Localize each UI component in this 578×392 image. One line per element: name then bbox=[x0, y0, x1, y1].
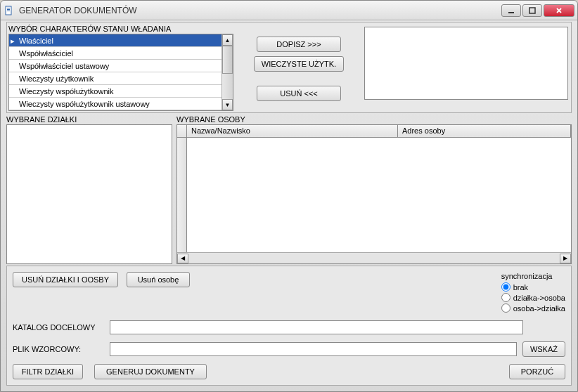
minimize-button[interactable] bbox=[501, 4, 521, 17]
app-icon bbox=[4, 5, 15, 16]
char-list: Właściciel Współwłaściciel Współwłaścici… bbox=[8, 34, 233, 111]
sync-title: synchronizacja bbox=[501, 272, 565, 280]
grid-row-handle bbox=[177, 138, 187, 252]
sync-dzialka-osoba[interactable]: działka->osoba bbox=[501, 292, 565, 303]
filtr-button[interactable]: FILTR DZIAŁKI bbox=[13, 364, 83, 379]
scroll-thumb[interactable] bbox=[222, 46, 233, 74]
char-row[interactable]: Współwłaściciel bbox=[9, 47, 221, 60]
dzialki-list[interactable] bbox=[6, 124, 172, 264]
svg-rect-4 bbox=[508, 12, 514, 13]
usun-button[interactable]: USUŃ <<< bbox=[257, 86, 341, 101]
grid-corner bbox=[177, 125, 187, 137]
katalog-input[interactable] bbox=[110, 320, 523, 334]
col-nazwa[interactable]: Nazwa/Nazwisko bbox=[187, 125, 398, 137]
plik-input[interactable] bbox=[110, 342, 517, 356]
porzuc-button[interactable]: PORZUĆ bbox=[509, 364, 565, 379]
svg-rect-5 bbox=[529, 8, 535, 13]
close-button[interactable] bbox=[544, 4, 574, 17]
dopisz-button[interactable]: DOPISZ >>> bbox=[257, 37, 341, 52]
sync-radio-do[interactable] bbox=[501, 293, 510, 302]
usun-osobe-button[interactable]: Usuń osobę bbox=[127, 272, 190, 287]
plik-label: PLIK WZORCOWY: bbox=[13, 345, 104, 353]
col-adres[interactable]: Adres osoby bbox=[398, 125, 571, 137]
wskaz-button[interactable]: WSKAŻ bbox=[522, 341, 565, 357]
char-row[interactable]: Wieczysty użytkownik bbox=[9, 72, 221, 85]
char-row[interactable]: Właściciel bbox=[9, 34, 221, 47]
char-list-scrollbar[interactable]: ▲ ▼ bbox=[221, 34, 233, 110]
window-title: GENERATOR DOKUMENTÓW bbox=[19, 6, 501, 15]
char-row[interactable]: Wieczysty współużytkownik ustawowy bbox=[9, 98, 221, 110]
grid-hscroll[interactable]: ◀ ▶ bbox=[177, 252, 571, 263]
char-section-label: WYBÓR CHARAKTERÓW STANU WŁADANIA bbox=[8, 24, 233, 34]
scroll-down-icon[interactable]: ▼ bbox=[222, 99, 233, 110]
generuj-button[interactable]: GENERUJ DOKUMENTY bbox=[94, 364, 207, 379]
sync-radio-od[interactable] bbox=[501, 303, 510, 313]
dzialki-label: WYBRANE DZIAŁKI bbox=[6, 115, 172, 124]
sync-group: synchronizacja brak działka->osoba osoba… bbox=[501, 272, 565, 313]
svg-rect-2 bbox=[7, 9, 10, 10]
osoby-grid: Nazwa/Nazwisko Adres osoby ◀ ▶ bbox=[176, 124, 572, 264]
sync-radio-brak[interactable] bbox=[501, 282, 510, 292]
katalog-label: KATALOG DOCELOWY bbox=[13, 323, 104, 332]
sync-osoba-dzialka[interactable]: osoba->działka bbox=[501, 303, 565, 313]
scroll-right-icon[interactable]: ▶ bbox=[560, 254, 571, 263]
bottom-panel: USUŃ DZIAŁKI I OOSBY Usuń osobę synchron… bbox=[6, 266, 572, 386]
char-row[interactable]: Wieczysty współużytkownik bbox=[9, 85, 221, 98]
notes-textarea[interactable] bbox=[364, 27, 568, 100]
char-row[interactable]: Współwłaściciel ustawowy bbox=[9, 60, 221, 72]
main-window: GENERATOR DOKUMENTÓW WYBÓR CHARAKTERÓW S… bbox=[0, 0, 578, 392]
top-panel: WYBÓR CHARAKTERÓW STANU WŁADANIA Właścic… bbox=[6, 22, 572, 113]
svg-rect-1 bbox=[7, 8, 10, 8]
titlebar[interactable]: GENERATOR DOKUMENTÓW bbox=[1, 1, 577, 20]
maximize-button[interactable] bbox=[522, 4, 542, 17]
osoby-label: WYBRANE OSOBY bbox=[176, 115, 572, 124]
scroll-left-icon[interactable]: ◀ bbox=[177, 254, 188, 263]
svg-rect-3 bbox=[7, 11, 10, 11]
usun-dzialki-button[interactable]: USUŃ DZIAŁKI I OOSBY bbox=[13, 272, 118, 287]
wieczyste-button[interactable]: WIECZYSTE UŻYTK. bbox=[254, 56, 344, 72]
grid-cells[interactable] bbox=[187, 138, 571, 252]
sync-brak[interactable]: brak bbox=[501, 282, 565, 292]
scroll-up-icon[interactable]: ▲ bbox=[222, 34, 233, 46]
